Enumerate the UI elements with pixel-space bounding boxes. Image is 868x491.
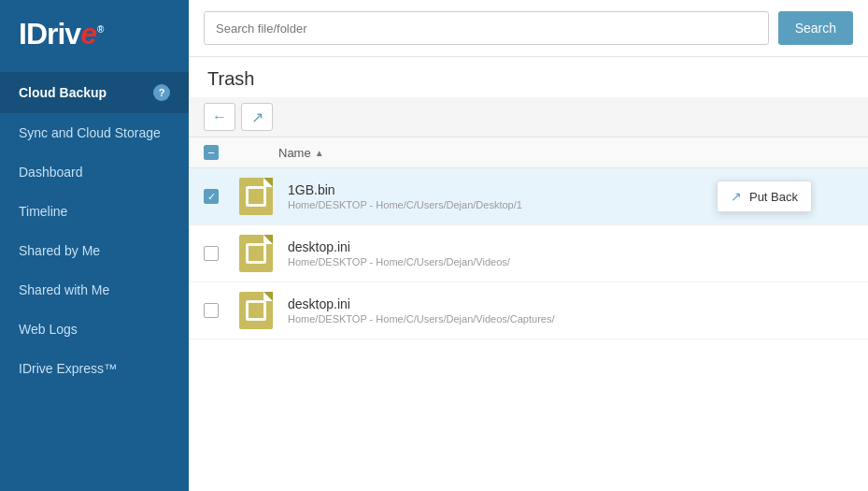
page-title: Trash — [189, 57, 868, 97]
put-back-label: Put Back — [749, 190, 798, 204]
sidebar-item-shared-by-me[interactable]: Shared by Me — [0, 231, 189, 270]
sidebar-nav: Cloud Backup ? Sync and Cloud Storage Da… — [0, 72, 189, 388]
sort-arrow-icon: ▲ — [315, 148, 324, 158]
main-content: Search Trash ← ↗ Name ▲ — [189, 0, 868, 491]
logo-text: IDrive® — [19, 17, 103, 51]
sidebar-item-shared-with-me[interactable]: Shared with Me — [0, 270, 189, 310]
help-icon[interactable]: ? — [153, 84, 170, 101]
file-path: Home/DESKTOP - Home/C/Users/Dejan/Videos… — [288, 313, 853, 325]
row-checkbox[interactable] — [204, 246, 219, 261]
select-all-checkbox[interactable] — [204, 145, 219, 160]
file-name: desktop.ini — [288, 296, 853, 311]
file-name: desktop.ini — [288, 239, 853, 254]
sidebar-item-dashboard[interactable]: Dashboard — [0, 152, 189, 192]
sidebar-item-web-logs[interactable]: Web Logs — [0, 310, 189, 349]
sidebar-item-idrive-express[interactable]: IDrive Express™ — [0, 349, 189, 388]
logo: IDrive® — [0, 0, 189, 65]
file-icon — [237, 292, 275, 329]
nav-label: Timeline — [19, 204, 67, 219]
nav-label: Shared with Me — [19, 282, 109, 297]
file-icon — [237, 235, 275, 272]
row-checkbox[interactable] — [204, 303, 219, 318]
sidebar-item-sync-cloud[interactable]: Sync and Cloud Storage — [0, 113, 189, 152]
put-back-icon: ↗ — [731, 189, 742, 204]
sidebar-item-cloud-backup[interactable]: Cloud Backup ? — [0, 72, 189, 113]
file-path: Home/DESKTOP - Home/C/Users/Dejan/Videos… — [288, 256, 853, 267]
back-icon: ← — [212, 108, 227, 125]
row-checkbox[interactable] — [204, 189, 219, 204]
name-column-header: Name ▲ — [278, 146, 853, 160]
file-list-container: Name ▲ 1GB.bin Home/DESKTOP - Ho — [189, 137, 868, 491]
file-icon — [237, 178, 275, 215]
file-list-header: Name ▲ — [189, 137, 868, 168]
table-row[interactable]: 1GB.bin Home/DESKTOP - Home/C/Users/Deja… — [189, 168, 868, 225]
file-info: desktop.ini Home/DESKTOP - Home/C/Users/… — [278, 239, 853, 267]
sidebar: IDrive® Cloud Backup ? Sync and Cloud St… — [0, 0, 189, 491]
nav-label: IDrive Express™ — [19, 361, 117, 376]
back-button[interactable]: ← — [204, 103, 235, 131]
header: Search — [189, 0, 868, 57]
table-row[interactable]: desktop.ini Home/DESKTOP - Home/C/Users/… — [189, 282, 868, 339]
sidebar-item-timeline[interactable]: Timeline — [0, 192, 189, 231]
search-button[interactable]: Search — [778, 11, 853, 45]
nav-label: Sync and Cloud Storage — [19, 125, 161, 140]
nav-label: Dashboard — [19, 165, 83, 180]
nav-label: Web Logs — [19, 322, 78, 337]
table-row[interactable]: desktop.ini Home/DESKTOP - Home/C/Users/… — [189, 225, 868, 282]
toolbar: ← ↗ — [189, 97, 868, 137]
restore-button[interactable]: ↗ — [241, 103, 273, 131]
search-input[interactable] — [204, 11, 769, 45]
file-info: desktop.ini Home/DESKTOP - Home/C/Users/… — [278, 296, 853, 325]
nav-label: Shared by Me — [19, 243, 100, 258]
restore-icon: ↗ — [251, 108, 263, 126]
nav-label: Cloud Backup — [19, 85, 107, 100]
context-menu[interactable]: ↗ Put Back — [717, 181, 812, 212]
